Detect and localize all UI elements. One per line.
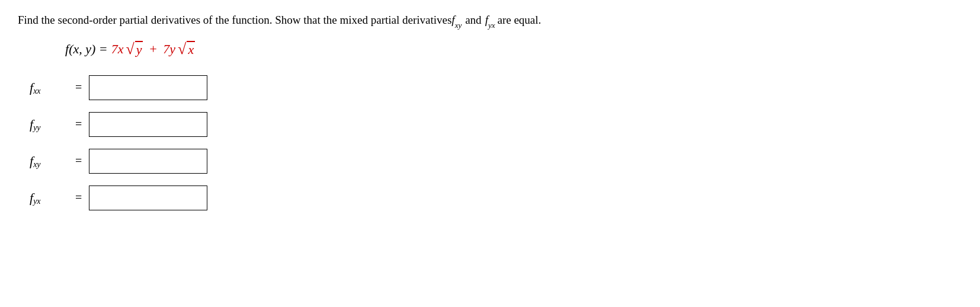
coefficient-2: 7y xyxy=(163,41,175,57)
conjunction-text: and xyxy=(465,12,481,29)
answer-row-fxy: fxy = xyxy=(30,149,962,174)
label-fyx: fyx xyxy=(30,190,68,206)
label-fxy: fxy xyxy=(30,154,68,169)
coefficient-1: 7x xyxy=(111,41,124,57)
sqrt-symbol-1: √ xyxy=(126,41,134,57)
sqrt-symbol-2: √ xyxy=(178,41,186,57)
fxy-subscript: xy xyxy=(455,21,462,29)
sqrt-y: √y xyxy=(126,41,143,57)
equals-fyy: = xyxy=(75,117,82,131)
label-fxx: fxx xyxy=(30,80,68,95)
equals-fyx: = xyxy=(75,191,82,204)
fyx-notation: fyx xyxy=(485,12,495,29)
answer-row-fyy: fyy = xyxy=(30,112,962,137)
sqrt-content-x: x xyxy=(187,41,195,57)
problem-statement: Find the second-order partial derivative… xyxy=(18,12,962,29)
plus-sign: + xyxy=(145,41,161,57)
equals-fxx: = xyxy=(75,81,82,94)
answer-row-fyx: fyx = xyxy=(30,186,962,210)
statement-text-after: are equal. xyxy=(497,12,541,29)
function-label: f(x, y) = xyxy=(65,41,108,57)
sqrt-x: √x xyxy=(178,41,195,57)
input-fyy[interactable] xyxy=(89,112,207,137)
answer-rows: fxx = fyy = fxy = fyx = xyxy=(30,75,962,210)
input-fxy[interactable] xyxy=(89,149,207,174)
statement-text-before: Find the second-order partial derivative… xyxy=(18,12,451,29)
equals-fxy: = xyxy=(75,154,82,168)
function-rhs: 7x √y + 7y √x xyxy=(111,41,195,57)
input-fxx[interactable] xyxy=(89,75,207,100)
answer-row-fxx: fxx = xyxy=(30,75,962,100)
function-definition: f(x, y) = 7x √y + 7y √x xyxy=(65,41,962,57)
sqrt-content-y: y xyxy=(135,41,143,57)
input-fyx[interactable] xyxy=(89,186,207,210)
label-fyy: fyy xyxy=(30,117,68,132)
fyx-subscript: yx xyxy=(488,21,495,29)
fxy-notation: fxy xyxy=(451,12,462,29)
